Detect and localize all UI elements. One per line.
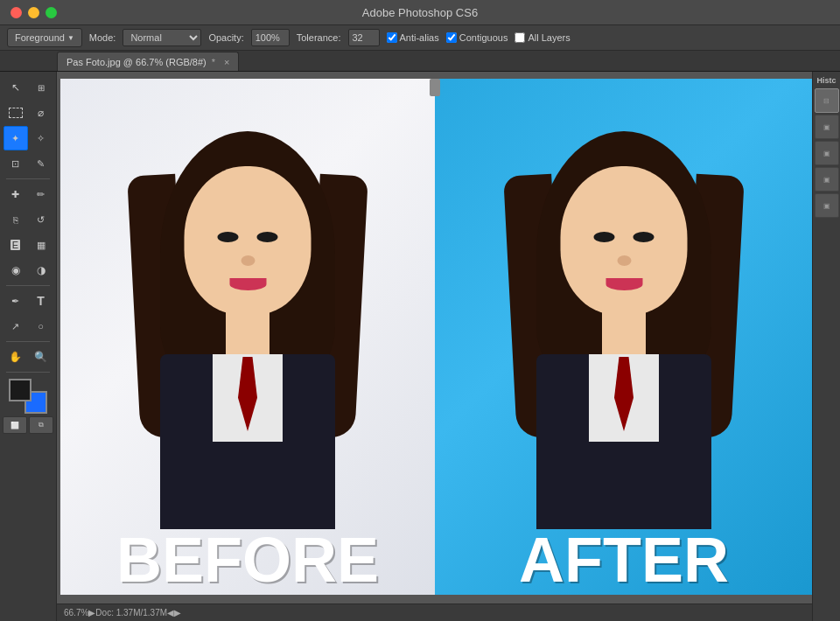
- doc-info: Doc: 1.37M/1.37M: [95, 608, 167, 618]
- mode-label: Mode:: [89, 32, 116, 43]
- before-panel: BEFORE: [60, 79, 435, 595]
- after-portrait: [493, 131, 755, 525]
- tool-preset-button[interactable]: Foreground ▼: [7, 28, 82, 47]
- history-item-4[interactable]: ▣: [815, 193, 839, 218]
- quick-select-icon: ✦: [11, 133, 19, 144]
- mode-select[interactable]: Normal: [122, 29, 201, 46]
- brush-tool-button[interactable]: ✏: [29, 182, 53, 206]
- color-swatch-container: [9, 379, 47, 414]
- clone-icon: ⎘: [13, 215, 18, 225]
- quick-mask-button[interactable]: ⬜: [3, 416, 27, 434]
- tolerance-input[interactable]: [348, 29, 380, 46]
- close-button[interactable]: [10, 7, 22, 18]
- tab-close-button[interactable]: ×: [224, 57, 229, 67]
- nose-after: [617, 255, 631, 266]
- contiguous-checkbox[interactable]: [446, 32, 457, 43]
- quick-select-button[interactable]: ✦: [4, 126, 28, 150]
- text-tool-button[interactable]: T: [29, 289, 53, 313]
- dodge-tool-button[interactable]: ◑: [29, 258, 53, 283]
- chevron-down-icon: ▼: [67, 34, 74, 42]
- neck-before: [226, 306, 270, 359]
- history-item-1[interactable]: ▣: [815, 115, 839, 139]
- eraser-tool-button[interactable]: E: [4, 233, 28, 257]
- history-item-3[interactable]: ▣: [815, 167, 839, 192]
- title-bar: Adobe Photoshop CS6: [0, 0, 840, 24]
- eye-right-before: [257, 232, 278, 242]
- eye-right-after: [634, 232, 654, 242]
- move-tool-button[interactable]: ↖: [4, 75, 28, 100]
- history-thumb-1: ▣: [823, 123, 830, 131]
- face-before: [185, 166, 312, 315]
- path-select-icon: ↗: [11, 321, 19, 332]
- foreground-color-swatch[interactable]: [9, 379, 32, 401]
- clone-tool-button[interactable]: ⎘: [4, 207, 28, 232]
- all-layers-checkbox-label[interactable]: All Layers: [514, 32, 570, 43]
- lasso-icon: ⌀: [38, 107, 44, 119]
- hand-icon: ✋: [9, 351, 22, 363]
- neck-after: [602, 306, 646, 359]
- eyedropper-icon: ✎: [37, 158, 45, 170]
- history-thumb-3: ▣: [823, 176, 830, 184]
- artboard-tool-button[interactable]: ⊞: [29, 75, 53, 100]
- hand-tool-button[interactable]: ✋: [4, 345, 28, 369]
- history-panel-header: Histc: [815, 73, 837, 87]
- shape-tool-button[interactable]: ○: [29, 314, 53, 338]
- nose-before: [241, 255, 255, 266]
- mouth-before: [229, 278, 266, 290]
- magic-wand-button[interactable]: ✧: [29, 126, 53, 150]
- eraser-icon: E: [10, 240, 20, 250]
- canvas-area: BEFORE: [57, 72, 812, 621]
- path-select-button[interactable]: ↗: [4, 314, 28, 338]
- document-tab[interactable]: Pas Foto.jpg @ 66.7% (RGB/8#) * ×: [57, 52, 239, 71]
- blur-icon: ◉: [11, 264, 20, 276]
- tool-separator-2: [6, 285, 50, 286]
- tool-separator-1: [6, 178, 50, 179]
- lasso-tool-button[interactable]: ⌀: [29, 101, 53, 125]
- nav-right-icon: ▶: [174, 608, 181, 618]
- status-bar: 66.7% ▶ Doc: 1.37M/1.37M ◀ ▶: [57, 604, 812, 621]
- fill-tool-button[interactable]: ▦: [29, 233, 53, 257]
- marquee-tool-button[interactable]: [4, 101, 28, 125]
- maximize-button[interactable]: [46, 7, 57, 18]
- right-panel: Histc ⊟ ▣ ▣ ▣ ▣: [812, 72, 840, 621]
- fill-icon: ▦: [37, 240, 46, 251]
- tab-filename: Pas Foto.jpg @ 66.7% (RGB/8#): [66, 57, 206, 67]
- heal-tool-button[interactable]: ✚: [4, 182, 28, 206]
- eyedropper-tool-button[interactable]: ✎: [29, 151, 53, 176]
- canvas-scroll[interactable]: BEFORE: [57, 72, 812, 621]
- history-thumb-2: ▣: [823, 150, 830, 157]
- nav-left-icon: ◀: [167, 608, 174, 618]
- split-handle[interactable]: [430, 79, 440, 96]
- zoom-tool-button[interactable]: 🔍: [29, 345, 53, 369]
- contiguous-checkbox-label[interactable]: Contiguous: [446, 32, 508, 43]
- opacity-label: Opacity:: [208, 32, 243, 43]
- history-panel-collapse-button[interactable]: ⊟: [815, 88, 839, 113]
- opacity-input[interactable]: [251, 29, 290, 46]
- minimize-button[interactable]: [28, 7, 39, 18]
- eye-left-before: [218, 232, 239, 242]
- zoom-icon: 🔍: [34, 351, 47, 363]
- history-item-2[interactable]: ▣: [815, 141, 839, 165]
- all-layers-checkbox[interactable]: [514, 32, 525, 43]
- blur-tool-button[interactable]: ◉: [4, 258, 28, 283]
- marquee-icon: [9, 108, 23, 118]
- artboard-icon: ⊞: [38, 83, 45, 93]
- tab-modified-indicator: *: [212, 57, 215, 67]
- anti-alias-checkbox-label[interactable]: Anti-alias: [387, 32, 439, 43]
- anti-alias-checkbox[interactable]: [387, 32, 397, 43]
- magic-wand-icon: ✧: [37, 133, 45, 144]
- brush-icon: ✏: [37, 189, 45, 200]
- text-icon: T: [37, 294, 45, 308]
- heal-icon: ✚: [11, 189, 19, 200]
- pen-tool-button[interactable]: ✒: [4, 289, 28, 313]
- pen-icon: ✒: [11, 296, 19, 307]
- after-label: AFTER: [435, 528, 812, 595]
- history-brush-button[interactable]: ↺: [29, 207, 53, 232]
- main-layout: ↖ ⊞ ⌀ ✦ ✧ ⊡: [0, 72, 840, 621]
- eye-left-after: [594, 232, 615, 242]
- crop-tool-button[interactable]: ⊡: [4, 151, 28, 176]
- window-controls[interactable]: [10, 7, 57, 18]
- screen-mode-button[interactable]: ⧉: [29, 416, 53, 434]
- history-brush-icon: ↺: [37, 214, 45, 226]
- zoom-arrow: ▶: [88, 608, 95, 618]
